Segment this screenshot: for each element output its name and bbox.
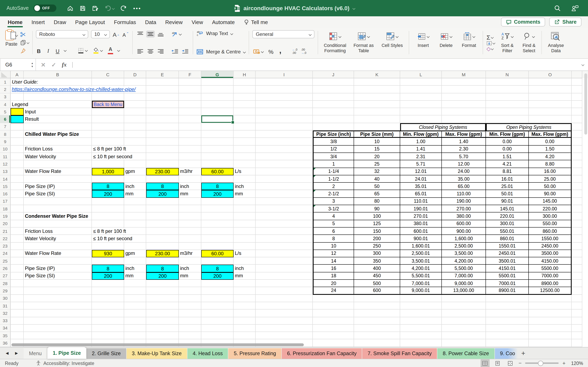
cell-B12[interactable]	[24, 160, 92, 168]
cell-filler29[interactable]	[572, 287, 582, 295]
paste-button[interactable]: Paste	[5, 30, 17, 47]
font-size-select[interactable]: 10	[91, 30, 110, 38]
cell-M18[interactable]: 270.00	[442, 205, 486, 213]
cell-A14[interactable]	[11, 175, 24, 183]
column-header-C[interactable]: C	[92, 71, 124, 78]
cell-M24[interactable]: 3,500.00	[442, 250, 486, 258]
cell-L31[interactable]	[400, 302, 442, 310]
cell-I21[interactable]	[256, 227, 313, 235]
row-header-2[interactable]: 2	[0, 86, 11, 93]
cell-O36[interactable]	[529, 340, 572, 347]
cell-F1[interactable]	[179, 78, 201, 86]
cell-K23[interactable]: 250	[354, 242, 400, 250]
cell-C6[interactable]	[92, 116, 124, 123]
cell-N17[interactable]: 90.01	[486, 198, 529, 205]
cell-A33[interactable]	[11, 317, 24, 325]
cell-I33[interactable]	[256, 317, 313, 325]
cell-H2[interactable]	[233, 86, 256, 93]
cell-A26[interactable]	[11, 265, 24, 272]
cell-G6[interactable]	[201, 116, 233, 123]
decrease-font-button[interactable]: A⌄	[122, 31, 129, 38]
cell-N11[interactable]: 1.51	[486, 153, 529, 160]
cell-M25[interactable]: 4,200.00	[442, 257, 486, 265]
cell-C11[interactable]: ≤ 10 ft per second	[92, 153, 124, 160]
format-painter-button[interactable]	[20, 48, 29, 54]
find-select-button[interactable]: Find & Select	[520, 30, 538, 55]
cell-N9[interactable]: 0.00	[486, 138, 529, 146]
cell-I3[interactable]	[256, 93, 313, 101]
cell-M14[interactable]: 35.00	[442, 175, 486, 183]
cell-G24[interactable]: 60.00	[201, 250, 233, 258]
share-contact-icon[interactable]	[571, 5, 579, 12]
cell-D31[interactable]	[124, 302, 146, 310]
cell-C27[interactable]: 200	[92, 272, 124, 280]
cell-M13[interactable]: 24.00	[442, 168, 486, 175]
cell-M8[interactable]: Max. Flow (gpm)	[442, 131, 486, 138]
share-button[interactable]: Share	[549, 17, 582, 26]
cell-N15[interactable]: 25.01	[486, 183, 529, 190]
sheet-tab-4-head-loss[interactable]: 4. Head Loss	[187, 348, 228, 359]
cell-H32[interactable]	[233, 309, 256, 317]
align-center-icon[interactable]	[146, 48, 155, 55]
cell-E2[interactable]	[146, 86, 179, 93]
cell-O20[interactable]: 550.00	[529, 220, 572, 227]
cell-O15[interactable]: 50.00	[529, 183, 572, 190]
cell-G9[interactable]	[201, 138, 233, 146]
cell-D9[interactable]	[124, 138, 146, 146]
cell-G26[interactable]: 8	[201, 265, 233, 272]
cell-H6[interactable]	[233, 116, 256, 123]
cell-F12[interactable]	[179, 160, 201, 168]
row-header-10[interactable]: 10	[0, 145, 11, 153]
cell-J14[interactable]: 1-1/2	[313, 175, 354, 183]
cell-A21[interactable]	[11, 227, 24, 235]
cell-B29[interactable]	[24, 287, 92, 295]
cell-O33[interactable]	[529, 317, 572, 325]
cell-B32[interactable]	[24, 309, 92, 317]
italic-button[interactable]: I	[45, 47, 51, 54]
cell-C17[interactable]	[92, 198, 124, 205]
cell-L6[interactable]	[400, 116, 442, 123]
cell-M17[interactable]: 190.00	[442, 198, 486, 205]
clear-button[interactable]: ◇	[486, 46, 495, 51]
cell-M31[interactable]	[442, 302, 486, 310]
cell-M34[interactable]	[442, 325, 486, 332]
cell-F24[interactable]: m3/hr	[179, 250, 201, 258]
cell-E29[interactable]	[146, 287, 179, 295]
cell-M5[interactable]	[442, 108, 486, 116]
row-header-6[interactable]: 6	[0, 116, 11, 123]
cell-E20[interactable]	[146, 220, 179, 227]
cell-filler25[interactable]	[572, 257, 582, 265]
cell-K24[interactable]: 300	[354, 250, 400, 258]
cell-N24[interactable]: 2450.01	[486, 250, 529, 258]
zoom-slider[interactable]	[525, 363, 559, 364]
cell-H35[interactable]	[233, 332, 256, 340]
cell-I2[interactable]	[256, 86, 313, 93]
cell-K17[interactable]: 80	[354, 198, 400, 205]
insert-cells-button[interactable]: Insert	[413, 30, 434, 55]
cell-A13[interactable]	[11, 168, 24, 175]
cell-O6[interactable]	[529, 116, 572, 123]
cell-K1[interactable]	[354, 78, 400, 86]
merged-header-open-piping[interactable]: Open Piping Systems	[486, 123, 572, 131]
cell-E22[interactable]	[146, 235, 179, 242]
underline-button[interactable]: U	[55, 47, 61, 54]
cell-filler9[interactable]	[572, 138, 582, 146]
cell-N16[interactable]: 50.01	[486, 190, 529, 198]
cell-E15[interactable]: 8	[146, 183, 179, 190]
cell-N31[interactable]	[486, 302, 529, 310]
cell-I25[interactable]	[256, 257, 313, 265]
cell-N33[interactable]	[486, 317, 529, 325]
increase-font-button[interactable]: A⌃	[113, 31, 120, 38]
cell-J27[interactable]: 18	[313, 272, 354, 280]
cell-I13[interactable]	[256, 168, 313, 175]
cell-L24[interactable]: 2,500.01	[400, 250, 442, 258]
cell-H15[interactable]: inch	[233, 183, 256, 190]
cell-C4[interactable]: Back to Menu	[92, 101, 124, 108]
cell-D34[interactable]	[124, 325, 146, 332]
cell-D8[interactable]	[124, 131, 146, 138]
cell-filler26[interactable]	[572, 265, 582, 272]
cell-A15[interactable]	[11, 183, 24, 190]
cell-filler27[interactable]	[572, 272, 582, 280]
cell-M27[interactable]: 7,000.00	[442, 272, 486, 280]
wrap-text-button[interactable]: abc Wrap Text	[196, 30, 246, 37]
